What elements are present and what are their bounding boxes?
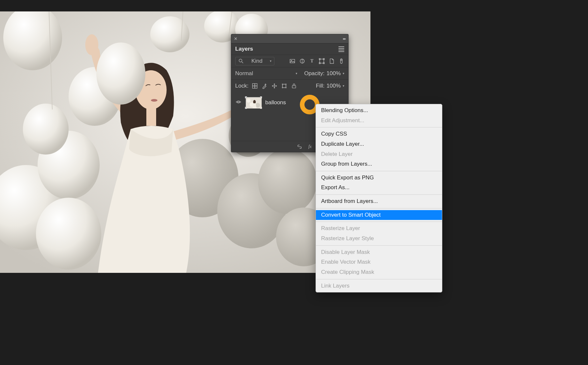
svg-rect-38 — [255, 86, 257, 88]
svg-rect-37 — [252, 83, 254, 86]
search-icon — [238, 58, 244, 64]
filter-image-icon[interactable] — [289, 58, 295, 64]
menu-item-edit-adjustment: Edit Adjustment... — [316, 116, 442, 126]
menu-item-export-as[interactable]: Export As... — [316, 183, 442, 193]
svg-point-7 — [150, 16, 189, 52]
svg-rect-41 — [282, 84, 286, 88]
menu-item-blending-options[interactable]: Blending Options... — [316, 106, 442, 116]
opacity-value[interactable]: 100% — [327, 70, 341, 77]
menu-item-artboard-from-layers[interactable]: Artboard from Layers... — [316, 196, 442, 207]
filter-kind-label: Kind — [251, 58, 262, 64]
svg-point-25 — [239, 59, 242, 62]
svg-rect-40 — [252, 86, 254, 88]
lock-fill-row: Lock: Fill: 100% ▾ — [231, 79, 348, 92]
layer-fx-icon[interactable]: fx — [307, 144, 313, 150]
svg-point-16 — [85, 34, 98, 55]
svg-point-24 — [96, 42, 145, 105]
menu-item-link-layers: Link Layers — [316, 281, 442, 291]
link-layers-icon[interactable] — [297, 144, 302, 150]
blend-mode-dropdown[interactable]: Normal ▾ — [235, 69, 297, 78]
svg-rect-39 — [255, 83, 257, 86]
lock-position-icon[interactable] — [271, 83, 277, 89]
menu-item-convert-to-smart-object[interactable]: Convert to Smart Object — [316, 210, 442, 220]
svg-point-49 — [247, 99, 251, 103]
chevron-down-icon[interactable]: ▾ — [343, 84, 344, 88]
panel-close-button[interactable]: ✕ — [234, 36, 237, 41]
menu-item-quick-export-as-png[interactable]: Quick Export as PNG — [316, 173, 442, 183]
lock-label: Lock: — [235, 83, 249, 89]
svg-rect-27 — [290, 59, 295, 63]
menu-separator — [316, 245, 442, 246]
filter-kind-dropdown[interactable]: Kind ▾ — [235, 57, 274, 65]
panel-header: ✕ ▸▸ — [231, 34, 348, 43]
layer-context-menu: Blending Options...Edit Adjustment...Cop… — [316, 104, 442, 292]
svg-rect-46 — [292, 86, 296, 88]
lock-transparent-icon[interactable] — [252, 83, 258, 89]
layer-name-label[interactable]: balloons — [265, 99, 286, 106]
menu-item-enable-vector-mask: Enable Vector Mask — [316, 257, 442, 267]
menu-item-copy-css[interactable]: Copy CSS — [316, 129, 442, 139]
menu-item-rasterize-layer: Rasterize Layer — [316, 224, 442, 234]
menu-item-group-from-layers[interactable]: Group from Layers... — [316, 159, 442, 169]
svg-point-6 — [23, 104, 69, 155]
lock-paint-icon[interactable] — [262, 83, 268, 89]
menu-separator — [316, 171, 442, 171]
chevron-down-icon: ▾ — [296, 72, 297, 75]
menu-item-duplicate-layer[interactable]: Duplicate Layer... — [316, 139, 442, 149]
menu-separator — [316, 279, 442, 279]
svg-rect-19 — [146, 106, 156, 126]
filter-text-icon[interactable]: T — [309, 58, 315, 64]
fill-label: Fill: — [316, 83, 324, 89]
menu-item-create-clipping-mask: Create Clipping Mask — [316, 267, 442, 277]
visibility-toggle-icon[interactable] — [235, 99, 242, 107]
svg-point-47 — [237, 101, 239, 103]
chevron-down-icon: ▾ — [270, 59, 271, 63]
svg-line-26 — [242, 61, 243, 63]
fill-value[interactable]: 100% — [327, 83, 341, 89]
menu-item-rasterize-layer-style: Rasterize Layer Style — [316, 234, 442, 244]
menu-separator — [316, 127, 442, 127]
filter-row: Kind ▾ T — [231, 55, 348, 67]
layers-tab[interactable]: Layers — [235, 46, 253, 52]
menu-item-delete-layer: Delete Layer — [316, 149, 442, 159]
menu-separator — [316, 222, 442, 222]
layer-thumbnail[interactable] — [246, 97, 261, 108]
panel-collapse-button[interactable]: ▸▸ — [343, 37, 346, 41]
filter-adjustment-icon[interactable] — [299, 58, 305, 64]
svg-point-4 — [36, 198, 101, 270]
lock-all-icon[interactable] — [291, 83, 297, 89]
svg-point-20 — [151, 99, 157, 102]
chevron-down-icon[interactable]: ▾ — [343, 72, 344, 75]
svg-point-36 — [341, 59, 342, 61]
blend-mode-value: Normal — [235, 70, 253, 77]
filter-shape-icon[interactable] — [319, 58, 325, 64]
panel-menu-button[interactable] — [338, 46, 344, 52]
menu-item-disable-layer-mask: Disable Layer Mask — [316, 247, 442, 257]
lock-artboard-icon[interactable] — [281, 83, 287, 89]
menu-separator — [316, 194, 442, 195]
filter-toggle-icon[interactable] — [338, 58, 344, 64]
panel-tabs: Layers — [231, 43, 348, 55]
blend-opacity-row: Normal ▾ Opacity: 100% ▾ — [231, 67, 348, 79]
filter-smartobject-icon[interactable] — [329, 58, 335, 64]
opacity-label: Opacity: — [304, 70, 324, 77]
svg-point-12 — [258, 149, 317, 214]
menu-separator — [316, 208, 442, 208]
